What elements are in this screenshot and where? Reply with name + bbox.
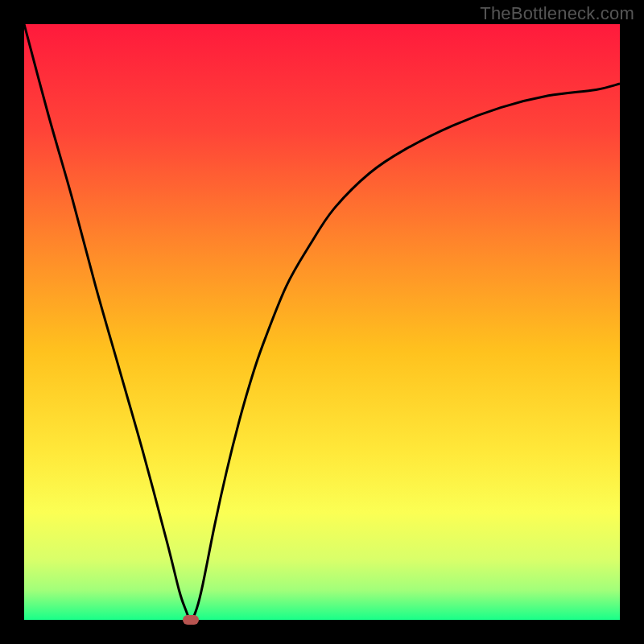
chart-frame: TheBottleneck.com: [0, 0, 644, 644]
watermark-text: TheBottleneck.com: [480, 3, 634, 24]
curve-layer: [24, 24, 620, 620]
bottleneck-curve: [24, 24, 620, 620]
plot-area: [24, 24, 620, 620]
minimum-marker: [183, 615, 199, 625]
